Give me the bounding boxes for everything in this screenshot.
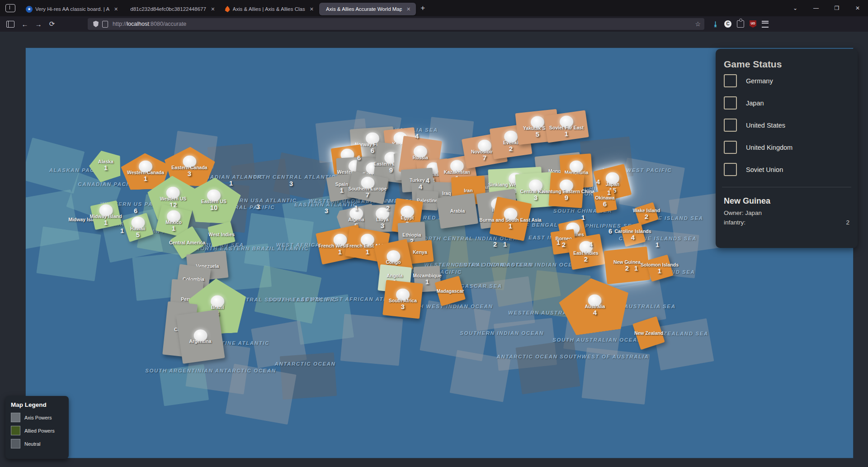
url-scheme: http:// xyxy=(113,21,127,27)
player-label: Japan xyxy=(746,100,764,107)
territory-congo[interactable]: Congo xyxy=(386,250,401,265)
territory-central-america[interactable]: Central America xyxy=(169,240,205,245)
tracking-shield-icon[interactable] xyxy=(93,21,99,27)
territory-unit-count: 3 xyxy=(381,222,384,229)
sea-zone-count: 1 xyxy=(229,180,233,187)
territory-iraq[interactable]: Iraq xyxy=(442,191,451,196)
flame-favicon xyxy=(225,6,230,12)
selected-territory-name: New Guinea xyxy=(724,196,858,206)
territory-unit-count: 2 xyxy=(645,213,648,220)
territory-southern-europe[interactable]: Southern Europe7 xyxy=(348,177,387,198)
territory-eastern-canada[interactable]: Eastern Canada3 xyxy=(171,156,207,177)
territory-name: Central America xyxy=(169,240,205,245)
tab-label: Axis & Allies Accurate World Map xyxy=(326,6,402,12)
player-row-united-kingdom: United Kingdom xyxy=(724,141,858,154)
territory-new-zealand[interactable]: New Zealand xyxy=(634,330,663,336)
territory-mexico[interactable]: Mexico1 xyxy=(165,210,182,232)
sea-zone-count: 4 xyxy=(415,133,419,140)
tab-close-icon[interactable]: ✕ xyxy=(209,6,216,13)
territory-soviet-far-east[interactable]: Soviet Far East1 xyxy=(549,116,584,137)
territory-unit-count: 5 xyxy=(136,231,140,238)
star-roundel-favicon: ★ xyxy=(26,6,33,13)
territory-eastern-us[interactable]: Eastern US10 xyxy=(201,190,226,211)
divider xyxy=(722,187,851,187)
territory-midway-island[interactable]: Midway Island1 xyxy=(90,205,122,226)
legend-item-axis-powers: Axis Powers xyxy=(11,413,63,422)
checkbox-germany[interactable] xyxy=(724,74,737,87)
close-button[interactable]: ✕ xyxy=(847,5,868,11)
territory-east-indies[interactable]: East Indies2 xyxy=(573,241,598,262)
page-info-icon[interactable] xyxy=(102,21,108,28)
territory-burma-and-south-east-asia[interactable]: Burma and South East Asia1 xyxy=(479,208,541,229)
list-tabs-chevron-icon[interactable]: ⌄ xyxy=(785,5,806,11)
owner-label: Owner: Japan xyxy=(724,210,762,216)
tab-hires-board[interactable]: ★ Very Hi-res AA classic board. | A ✕ xyxy=(22,3,123,15)
territory-okinawa[interactable]: Okinawa6 xyxy=(595,195,614,207)
tab-close-icon[interactable]: ✕ xyxy=(308,6,315,13)
tab-bar: ★ Very Hi-res AA classic board. | A ✕ d8… xyxy=(0,0,868,16)
territory-unit-count: 4 xyxy=(631,234,635,241)
sea-zone-count: 1 xyxy=(354,205,358,212)
bookmark-star-icon[interactable]: ☆ xyxy=(695,20,701,28)
tab-accurate-world-map[interactable]: Axis & Allies Accurate World Map ✕ xyxy=(319,3,416,15)
reload-button[interactable]: ⟳ xyxy=(45,20,59,28)
tab-label: Axis & Allies | Axis & Allies Clas xyxy=(233,6,305,12)
tab-hash-file[interactable]: d81c232d84efc0bc3812244867715b ✕ xyxy=(123,3,220,15)
territory-unit-count: 1 xyxy=(144,175,147,182)
extension-c-icon[interactable]: C xyxy=(724,20,731,28)
territory-iran[interactable]: Iran xyxy=(464,188,472,193)
territory-west-indies[interactable]: West Indies xyxy=(208,232,235,237)
back-button[interactable]: ← xyxy=(18,20,32,28)
sidebar-toggle-icon[interactable] xyxy=(6,21,14,28)
checkbox-soviet-union[interactable] xyxy=(724,163,737,176)
sea-zone-tile xyxy=(653,318,714,370)
sea-zone-tile xyxy=(515,339,580,394)
territory-caroline-islands[interactable]: Caroline Islands4 xyxy=(614,229,651,241)
territory-solomon-islands[interactable]: Solomon Islands1 xyxy=(641,262,679,274)
url-bar[interactable]: http://localhost:8080/accurate ☆ xyxy=(88,18,704,30)
sea-zone-count: 3 xyxy=(325,207,328,214)
territory-unit-count: 2 xyxy=(562,241,566,248)
territory-madagascar[interactable]: Madagascar xyxy=(437,288,464,294)
sea-zone-count: 1 xyxy=(656,241,659,248)
territory-unit-count: 3 xyxy=(188,170,191,177)
territory-arabia[interactable]: Arabia xyxy=(450,208,465,214)
territory-turkey[interactable]: Turkey xyxy=(410,177,425,183)
territory-name: Turkey xyxy=(410,177,425,183)
territory-unit-count: 6 xyxy=(603,200,607,207)
territory-kenya[interactable]: Kenya xyxy=(413,249,427,255)
extensions-puzzle-icon[interactable] xyxy=(737,20,744,28)
territory-alaska[interactable]: Alaska1 xyxy=(98,159,113,171)
firefox-view-icon[interactable] xyxy=(5,4,15,12)
checkbox-united-states[interactable] xyxy=(724,119,737,132)
checkbox-japan[interactable] xyxy=(724,96,737,110)
new-tab-button[interactable]: + xyxy=(420,4,425,13)
tab-close-icon[interactable]: ✕ xyxy=(405,6,412,13)
territory-wake-island[interactable]: Wake Island2 xyxy=(633,208,660,220)
sea-zone-count: 6 xyxy=(609,228,612,235)
territory-western-canada[interactable]: Western Canada1 xyxy=(127,161,164,182)
menu-hamburger-icon[interactable] xyxy=(762,21,769,28)
url-path: :8080/accurate xyxy=(149,21,187,27)
territory-unit-count: 3 xyxy=(534,194,538,201)
navigation-toolbar: ← → ⟳ http://localhost:8080/accurate ☆ ⭳… xyxy=(0,16,868,32)
territory-name: Kenya xyxy=(413,249,427,255)
restore-button[interactable]: ❐ xyxy=(826,5,847,11)
ublock-origin-icon[interactable]: UO xyxy=(750,20,756,28)
sea-zone-tile xyxy=(36,226,101,281)
tab-close-icon[interactable]: ✕ xyxy=(113,6,119,13)
sea-zone-count: 1 xyxy=(581,214,585,221)
minimize-button[interactable]: — xyxy=(806,5,826,11)
territory-spain[interactable]: Spain1 xyxy=(335,181,349,194)
tab-axis-allies-classic[interactable]: Axis & Allies | Axis & Allies Clas ✕ xyxy=(221,3,319,15)
territory-evenki[interactable]: Evenki2 xyxy=(503,131,519,152)
territory-kwantung-eastern-china[interactable]: Kwantung Eastern China9 xyxy=(538,180,594,201)
sea-label: SOUTH EAST PACIFIC xyxy=(268,297,336,302)
territory-australia[interactable]: Australia4 xyxy=(585,295,605,316)
forward-button[interactable]: → xyxy=(32,20,45,28)
downloads-icon[interactable]: ⭳ xyxy=(712,20,719,28)
territory-south-africa[interactable]: South Africa3 xyxy=(389,289,417,310)
checkbox-united-kingdom[interactable] xyxy=(724,141,737,154)
territory-argentina[interactable]: Argentina xyxy=(189,329,211,344)
territory-hawaii[interactable]: Hawaii5 xyxy=(130,217,145,238)
